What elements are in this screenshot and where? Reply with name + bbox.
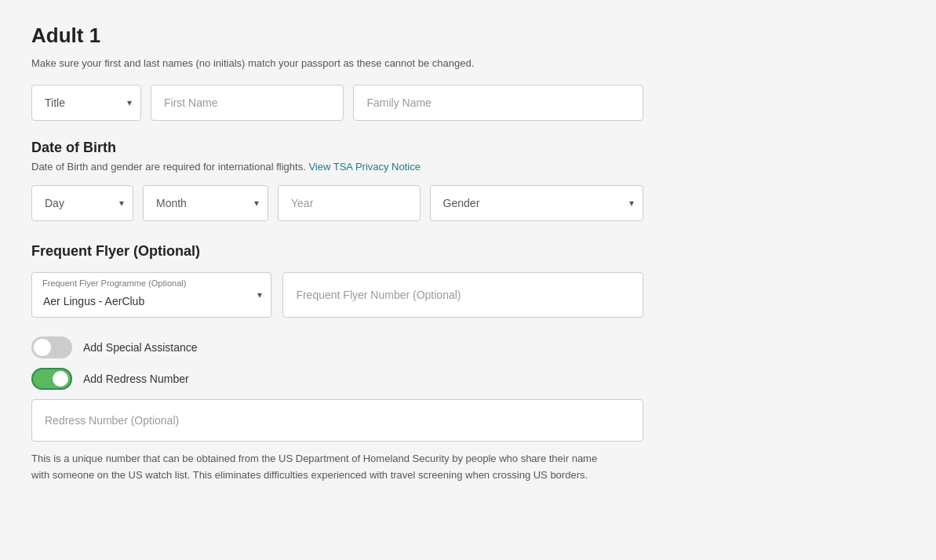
dob-instruction: Date of Birth and gender are required fo…: [31, 161, 643, 173]
first-name-wrapper: [151, 85, 344, 121]
redress-toggle-row: Add Redress Number: [31, 368, 643, 390]
family-name-input[interactable]: [353, 85, 643, 121]
redress-input[interactable]: [31, 399, 643, 442]
instruction-text: Make sure your first and last names (no …: [31, 57, 643, 69]
special-assistance-row: Add Special Assistance: [31, 336, 643, 358]
tsa-privacy-link[interactable]: View TSA Privacy Notice: [308, 161, 421, 173]
dob-instruction-text: Date of Birth and gender are required fo…: [31, 161, 306, 173]
frequent-flyer-section: Frequent Flyer (Optional) Frequent Flyer…: [31, 243, 643, 318]
name-row: Title Mr Mrs Ms Dr Prof ▾: [31, 85, 643, 121]
redress-toggle-knob: [53, 371, 68, 387]
dob-title: Date of Birth: [31, 140, 643, 156]
ff-number-input[interactable]: [282, 272, 643, 318]
ff-number-wrapper: [282, 272, 643, 318]
special-assistance-toggle[interactable]: [31, 336, 72, 358]
ff-programme-select[interactable]: Aer Lingus - AerClub British Airways - E…: [31, 272, 271, 318]
day-wrapper: Day 12345 678910 1112131415 1617181920 2…: [31, 185, 133, 221]
month-wrapper: Month JanuaryFebruaryMarch AprilMayJune …: [143, 185, 268, 221]
day-select[interactable]: Day 12345 678910 1112131415 1617181920 2…: [31, 185, 133, 221]
gender-select[interactable]: Gender Male Female Undisclosed: [430, 185, 643, 221]
title-select[interactable]: Title Mr Mrs Ms Dr Prof: [31, 85, 141, 121]
ff-row: Frequent Flyer Programme (Optional) Aer …: [31, 272, 643, 318]
redress-label: Add Redress Number: [83, 373, 189, 385]
year-input[interactable]: [278, 185, 421, 221]
ff-title: Frequent Flyer (Optional): [31, 243, 643, 260]
dob-row: Day 12345 678910 1112131415 1617181920 2…: [31, 185, 643, 221]
redress-description: This is a unique number that can be obta…: [31, 451, 612, 484]
redress-section: This is a unique number that can be obta…: [31, 399, 643, 484]
special-assistance-label: Add Special Assistance: [83, 341, 198, 354]
redress-toggle[interactable]: [31, 368, 72, 390]
month-select[interactable]: Month JanuaryFebruaryMarch AprilMayJune …: [143, 185, 268, 221]
first-name-input[interactable]: [151, 85, 344, 121]
dob-section: Date of Birth Date of Birth and gender a…: [31, 140, 643, 221]
ff-programme-wrapper: Frequent Flyer Programme (Optional) Aer …: [31, 272, 271, 318]
gender-wrapper: Gender Male Female Undisclosed ▾: [430, 185, 643, 221]
special-assistance-knob: [34, 339, 51, 356]
title-select-wrapper: Title Mr Mrs Ms Dr Prof ▾: [31, 85, 141, 121]
year-wrapper: [278, 185, 421, 221]
family-name-wrapper: [353, 85, 643, 121]
section-title: Adult 1: [31, 24, 643, 48]
